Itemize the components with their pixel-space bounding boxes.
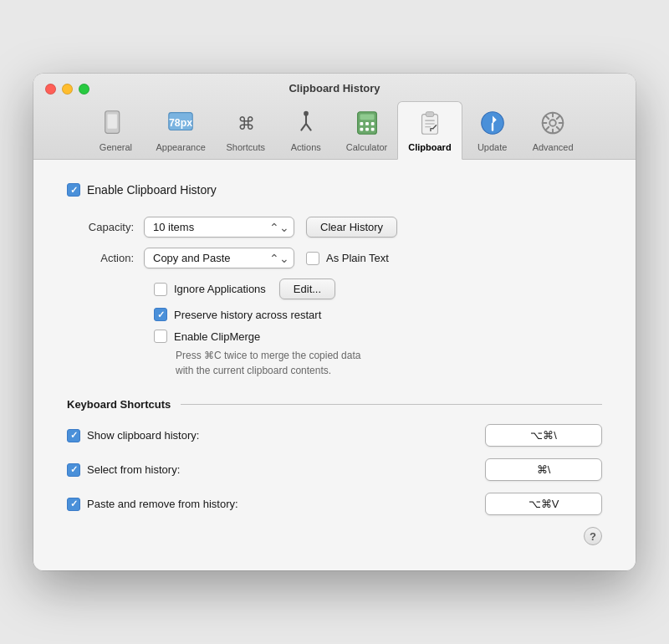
tab-actions-label: Actions: [291, 142, 321, 152]
shortcut-paste-label: Paste and remove from history:: [87, 498, 238, 510]
traffic-lights: [45, 84, 89, 95]
content-area: Enable Clipboard History Capacity: 10 it…: [33, 160, 636, 570]
svg-text:78px: 78px: [169, 117, 192, 129]
tab-advanced[interactable]: Advanced: [523, 102, 584, 159]
tab-shortcuts-label: Shortcuts: [227, 142, 265, 152]
shortcut-paste-checkbox[interactable]: [67, 498, 80, 511]
help-area: ?: [67, 527, 602, 545]
shortcut-show-area: Show clipboard history:: [67, 429, 485, 442]
svg-rect-9: [365, 122, 369, 125]
close-button[interactable]: [45, 84, 56, 95]
capacity-row: Capacity: 10 items 5 items 20 items 50 i…: [67, 217, 602, 238]
general-icon: [100, 107, 131, 139]
toolbar: General 78px Appearance ⌘: [82, 101, 586, 159]
tab-appearance[interactable]: 78px Appearance: [146, 102, 215, 159]
action-select[interactable]: Copy and Paste Copy Paste: [144, 248, 294, 268]
ignore-apps-label: Ignore Applications: [174, 283, 266, 295]
shortcut-paste-area: Paste and remove from history:: [67, 498, 485, 511]
appearance-icon: 78px: [165, 107, 197, 139]
tab-shortcuts[interactable]: ⌘ Shortcuts: [216, 102, 276, 159]
shortcut-show-row: Show clipboard history: ⌥⌘\: [67, 424, 602, 447]
plain-text-checkbox[interactable]: [306, 252, 319, 265]
shortcut-paste-row: Paste and remove from history: ⌥⌘V: [67, 493, 602, 515]
tab-clipboard[interactable]: Clipboard: [397, 101, 462, 160]
ignore-apps-checkbox[interactable]: [154, 283, 167, 296]
clipboard-icon: [414, 107, 446, 139]
clear-history-button[interactable]: Clear History: [306, 217, 397, 238]
tab-clipboard-label: Clipboard: [408, 142, 451, 152]
main-window: Clipboard History General 78px: [33, 74, 636, 570]
help-button[interactable]: ?: [584, 527, 602, 545]
tab-appearance-label: Appearance: [156, 142, 205, 152]
preserve-checkbox[interactable]: [154, 308, 167, 321]
section-divider: [181, 404, 602, 405]
preserve-label: Preserve history across restart: [174, 309, 321, 321]
enable-checkbox[interactable]: [67, 183, 80, 197]
svg-text:⌘: ⌘: [237, 114, 254, 133]
svg-rect-7: [360, 115, 374, 120]
calculator-icon: [351, 107, 383, 139]
shortcut-show-checkbox[interactable]: [67, 429, 80, 442]
tab-actions[interactable]: Actions: [276, 102, 336, 159]
tab-calculator[interactable]: Calculator: [336, 102, 398, 159]
clipmerge-label: Enable ClipMerge: [174, 330, 260, 343]
svg-line-32: [546, 127, 549, 130]
shortcut-select-key[interactable]: ⌘\: [485, 458, 602, 481]
shortcut-select-area: Select from history:: [67, 463, 485, 477]
plain-text-label: As Plain Text: [326, 252, 389, 264]
svg-rect-11: [360, 128, 363, 131]
svg-point-24: [549, 120, 556, 126]
capacity-label: Capacity:: [67, 221, 134, 233]
tab-general[interactable]: General: [85, 102, 146, 159]
action-select-wrapper: Copy and Paste Copy Paste ⌃⌄: [144, 248, 294, 268]
ignore-apps-row: Ignore Applications Edit...: [154, 279, 602, 299]
clipmerge-hint: Press ⌘C twice to merge the copied dataw…: [176, 348, 602, 378]
shortcut-show-label: Show clipboard history:: [87, 429, 199, 442]
svg-rect-13: [370, 128, 374, 131]
svg-rect-12: [365, 128, 369, 131]
maximize-button[interactable]: [79, 84, 89, 95]
svg-line-31: [557, 115, 560, 119]
tab-calculator-label: Calculator: [346, 142, 388, 152]
tab-update-label: Update: [477, 142, 507, 152]
shortcuts-icon: ⌘: [230, 107, 262, 139]
shortcut-show-key[interactable]: ⌥⌘\: [485, 424, 602, 447]
actions-icon: [290, 107, 322, 139]
svg-line-29: [546, 115, 549, 119]
capacity-select[interactable]: 10 items 5 items 20 items 50 items 100 i…: [144, 217, 294, 238]
svg-rect-8: [360, 122, 363, 125]
shortcut-select-row: Select from history: ⌘\: [67, 458, 602, 481]
update-icon: [477, 107, 508, 139]
plain-text-row: As Plain Text: [306, 252, 389, 265]
edit-button[interactable]: Edit...: [279, 279, 335, 299]
svg-line-30: [557, 127, 560, 130]
preserve-row: Preserve history across restart: [154, 308, 602, 321]
action-label: Action:: [67, 252, 134, 264]
window-title: Clipboard History: [289, 82, 380, 95]
capacity-select-wrapper: 10 items 5 items 20 items 50 items 100 i…: [144, 217, 294, 238]
svg-rect-15: [426, 112, 433, 117]
clipmerge-checkbox[interactable]: [154, 330, 167, 343]
clipmerge-row: Enable ClipMerge: [154, 330, 602, 343]
tab-advanced-label: Advanced: [533, 142, 574, 152]
tab-general-label: General: [100, 142, 132, 152]
svg-rect-10: [370, 122, 374, 125]
shortcut-paste-key[interactable]: ⌥⌘V: [485, 493, 602, 515]
shortcut-select-label: Select from history:: [87, 463, 180, 476]
enable-label: Enable Clipboard History: [87, 183, 217, 197]
keyboard-shortcuts-header: Keyboard Shortcuts: [67, 398, 602, 411]
action-row: Action: Copy and Paste Copy Paste ⌃⌄ As …: [67, 248, 602, 268]
minimize-button[interactable]: [62, 84, 73, 95]
checks-area: Ignore Applications Edit... Preserve his…: [154, 279, 602, 378]
title-bar: Clipboard History General 78px: [33, 74, 636, 160]
svg-rect-1: [108, 115, 117, 129]
advanced-icon: [537, 107, 569, 139]
shortcut-select-checkbox[interactable]: [67, 463, 80, 477]
enable-row: Enable Clipboard History: [67, 183, 602, 197]
tab-update[interactable]: Update: [462, 102, 523, 159]
svg-point-5: [304, 111, 309, 116]
keyboard-shortcuts-title: Keyboard Shortcuts: [67, 398, 171, 411]
